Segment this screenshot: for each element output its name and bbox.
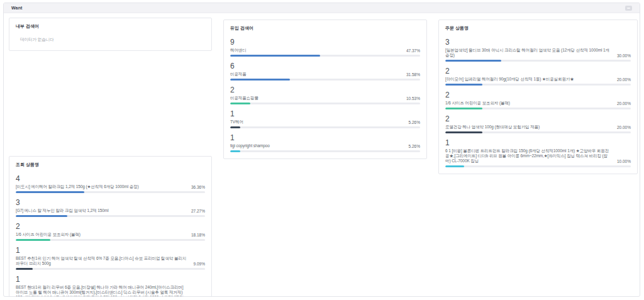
metric-label: 6 1 [미왕] 블론디펜 트리트먼트 칼라크림 150g (6개당 선착제10… [445, 148, 617, 164]
metric-label-row: 6 1 [미왕] 블론디펜 트리트먼트 칼라크림 150g (6개당 선착제10… [445, 148, 631, 164]
metric-bar-track [445, 60, 631, 62]
metric-bar-track [445, 108, 631, 109]
metric-row: 3 [G7] 에니스 칼 제누인 칼라 크림 염색약 1,2제 150ml 27… [16, 199, 205, 217]
metric-percent: 5.26% [409, 120, 420, 125]
metric-bar-track [230, 126, 420, 128]
metric-percent: 5.26% [409, 144, 420, 148]
metric-label-row: tigi copyright shampoo 5.26% [230, 143, 420, 148]
panel-internal-search: 내부 검색어 데이터가 없습니다 [9, 18, 212, 51]
metric-count: 4 [16, 175, 205, 183]
metric-percent: 20.00% [617, 101, 631, 106]
metric-bar-fill [230, 79, 290, 81]
metric-count: 9 [230, 38, 420, 47]
metric-count: 1 [16, 275, 205, 284]
metric-label: 1/6 사이즈 어린이용 보조의자 (블랙) [16, 232, 191, 237]
metric-count: 6 [230, 62, 420, 70]
metric-bar-track [16, 215, 205, 217]
panel-title: 주문 상품명 [445, 25, 631, 31]
metric-bar-track [16, 239, 205, 241]
panel-inflow-keywords: 유입 검색어 9 헤어앤디 47.37% 6 미용 [223, 19, 427, 159]
metric-label: 헤어앤디 [230, 48, 406, 53]
metric-row: 2 1/6 사이즈 어린이용 보조의자 (블랙) 20.00% [445, 91, 631, 109]
metric-bar-track [16, 191, 205, 193]
metric-list: 4 [미도시] 에이헤어 칼라크림 1,2제 150g (★선착제 6개당 10… [16, 175, 205, 297]
metric-label: [미도시] 에이헤어 칼라크림 1,2제 150g (★선착제 6개당 1000… [16, 184, 191, 189]
metric-label-row: 미용제품쇼핑몰 10.53% [230, 96, 420, 101]
metric-bar-track [16, 268, 205, 270]
metric-count: 3 [16, 199, 205, 207]
metric-label: [일본염색약] 올디브 30매 아닉시 크리스탈 헤어컬러 염색약 모음 (12… [445, 48, 617, 58]
metric-label: [하이모어] 임페리얼 헤어컬러 90g(10개당 선착제 1통) ★미용실회원… [445, 77, 617, 82]
metric-percent: 18.18% [191, 233, 205, 237]
panel-ordered-products: 주문 상품명 3 [일본염색약] 올디브 30매 아닉시 크리스탈 헤어컬러 염… [438, 19, 638, 174]
metric-count: 2 [445, 67, 631, 75]
metric-label-row: BEST 현대1위 컬러 리무버 6종 모음,[미쟝셀] 헤나하 가라 헤어 매… [16, 285, 205, 297]
metric-label: BEST 추천1위 인기 헤어 염색약 탈색 선착제 6% 7종 모음,[디아스… [16, 256, 194, 266]
metric-label-row: 로열건강 헤나 염색약 100g (현대해상 보험가입 제품) 20.00% [445, 125, 631, 130]
metric-count: 1 [230, 110, 420, 118]
metric-row: 1 BEST 현대1위 컬러 리무버 6종 모음,[미쟝셀] 헤나하 가라 헤어… [16, 275, 205, 297]
metric-percent: 20.00% [617, 77, 631, 82]
metric-percent: 30.00% [617, 53, 631, 58]
metric-label-row: [하이모어] 임페리얼 헤어컬러 90g(10개당 선착제 1통) ★미용실회원… [445, 77, 631, 82]
metric-bar-track [445, 131, 631, 133]
panel-title: 조회 상품명 [16, 162, 205, 168]
metric-label: BEST 현대1위 컬러 리무버 6종 모음,[미쟝셀] 헤나하 가라 헤어 매… [16, 285, 194, 297]
metric-row: 1 TV헤어 5.26% [230, 110, 420, 128]
metric-label: [G7] 에니스 칼 제누인 칼라 크림 염색약 1,2제 150ml [16, 208, 191, 213]
metric-percent: 20.00% [617, 125, 631, 130]
metric-row: 2 1/6 사이즈 어린이용 보조의자 (블랙) 18.18% [16, 223, 205, 241]
metric-bar-track [230, 103, 420, 104]
metric-label-row: [G7] 에니스 칼 제누인 칼라 크림 염색약 1,2제 150ml 27.2… [16, 208, 205, 213]
metric-row: 2 [하이모어] 임페리얼 헤어컬러 90g(10개당 선착제 1통) ★미용실… [445, 67, 631, 86]
metric-label-row: 헤어앤디 47.37% [230, 48, 420, 53]
metric-bar-track [230, 79, 420, 81]
metric-label: 미용제품 [230, 72, 406, 77]
metric-label-row: [일본염색약] 올디브 30매 아닉시 크리스탈 헤어컬러 염색약 모음 (12… [445, 48, 631, 58]
metric-percent: 27.27% [191, 209, 205, 213]
metric-count: 3 [445, 38, 631, 47]
header-bar: Want [4, 3, 640, 13]
metric-percent: 47.37% [406, 48, 420, 53]
metric-bar-track [230, 55, 420, 57]
panel-title: 유입 검색어 [230, 25, 420, 31]
metric-bar-fill [445, 108, 482, 109]
metric-count: 1 [16, 247, 205, 255]
page-title: Want [11, 6, 23, 10]
metric-label: 미용제품쇼핑몰 [230, 96, 406, 101]
metric-percent: 9.09% [194, 262, 205, 266]
metric-bar-fill [230, 103, 250, 104]
metric-percent: 10.53% [406, 96, 420, 101]
metric-row: 1 tigi copyright shampoo 5.26% [230, 134, 420, 152]
metric-row: 6 미용제품 31.58% [230, 62, 420, 81]
metric-label: 로열건강 헤나 염색약 100g (현대해상 보험가입 제품) [445, 125, 617, 130]
metric-row: 9 헤어앤디 47.37% [230, 38, 420, 57]
metric-bar-fill [16, 191, 84, 193]
metric-bar-fill [445, 60, 501, 62]
metric-label: tigi copyright shampoo [230, 143, 409, 148]
empty-data-message: 데이터가 없습니다 [20, 37, 205, 43]
metric-bar-fill [16, 268, 33, 270]
metric-row: 2 로열건강 헤나 염색약 100g (현대해상 보험가입 제품) 20.00% [445, 115, 631, 133]
collapse-icon[interactable] [625, 6, 632, 11]
metric-row: 4 [미도시] 에이헤어 칼라크림 1,2제 150g (★선착제 6개당 10… [16, 175, 205, 193]
metric-bar-fill [16, 239, 50, 241]
metric-row: 1 BEST 추천1위 인기 헤어 염색약 탈색 선착제 6% 7종 모음,[디… [16, 247, 205, 270]
metric-bar-fill [230, 126, 240, 128]
metric-percent: 36.36% [191, 185, 205, 189]
metric-bar-fill [445, 131, 482, 133]
metric-label-row: 미용제품 31.58% [230, 72, 420, 77]
metric-label-row: BEST 추천1위 인기 헤어 염색약 탈색 선착제 6% 7종 모음,[디아스… [16, 256, 205, 266]
metric-label-row: TV헤어 5.26% [230, 119, 420, 125]
metric-bar-track [445, 84, 631, 86]
metric-bar-fill [230, 150, 240, 152]
metric-label-row: 1/6 사이즈 어린이용 보조의자 (블랙) 20.00% [445, 101, 631, 106]
metric-bar-track [445, 165, 631, 167]
metric-count: 1 [230, 134, 420, 142]
metric-count: 2 [445, 91, 631, 99]
panel-viewed-products: 조회 상품명 4 [미도시] 에이헤어 칼라크림 1,2제 150g (★선착제… [9, 156, 212, 297]
metric-count: 2 [230, 86, 420, 94]
metric-row: 1 6 1 [미왕] 블론디펜 트리트먼트 칼라크림 150g (6개당 선착제… [445, 139, 631, 167]
metric-label-row: [미도시] 에이헤어 칼라크림 1,2제 150g (★선착제 6개당 1000… [16, 184, 205, 189]
metric-count: 2 [16, 223, 205, 231]
